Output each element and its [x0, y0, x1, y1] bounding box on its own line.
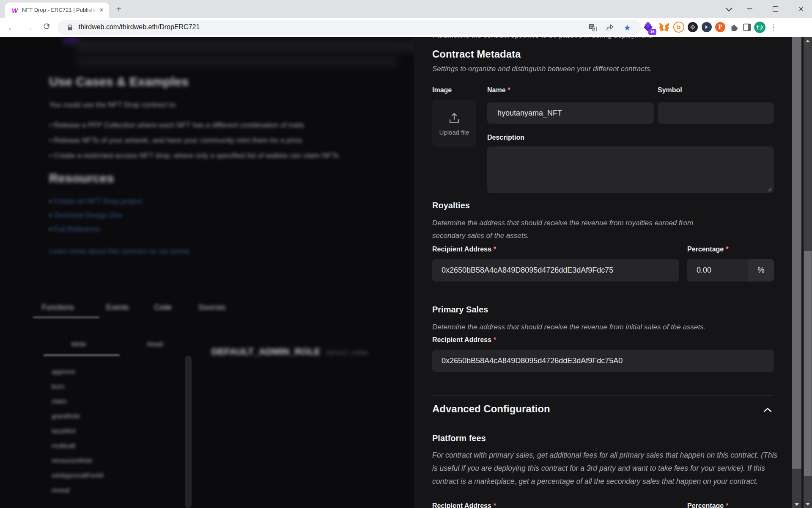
royalty-percentage-input[interactable]: [687, 259, 748, 282]
window-minimize-button[interactable]: [740, 0, 759, 18]
platform-recipient-label: Recipient Address*: [432, 502, 496, 508]
function-list-item: setApprovalForAll: [52, 472, 103, 478]
use-case-bullet: Release a PFP Collection where each NFT …: [49, 121, 339, 130]
browser-scrollbar-thumb[interactable]: [804, 251, 812, 476]
new-tab-button[interactable]: +: [113, 3, 124, 14]
active-tab-underline: [33, 317, 99, 318]
royalty-percentage-group: %: [687, 259, 774, 282]
function-list: approveburnclaimgrantRolelazyMintmultica…: [52, 368, 103, 493]
maximize-icon: [773, 6, 778, 12]
tab-functions: Functions: [42, 303, 74, 312]
side-panel-icon[interactable]: [741, 21, 753, 33]
thirdweb-favicon-icon: W: [11, 7, 19, 14]
image-upload-button[interactable]: Upload file: [432, 100, 476, 147]
role-note: DEFAULT_ADMIN: [326, 350, 368, 356]
portal-link: Learn more about this contract on our po…: [49, 247, 191, 256]
resource-link: Create an NFT Drop project: [49, 197, 142, 206]
image-label: Image: [432, 86, 452, 94]
browser-window: W NFT Drop - ERC721 | Published S × + × …: [0, 0, 812, 508]
scroll-down-arrow-icon[interactable]: [806, 503, 810, 505]
reload-icon: [42, 22, 51, 30]
drawer-scrollbar-thumb[interactable]: [792, 37, 801, 469]
royalties-subtitle: Determine the address that should receiv…: [432, 217, 707, 242]
browser-tab[interactable]: W NFT Drop - ERC721 | Published S ×: [5, 3, 109, 18]
name-input[interactable]: [487, 102, 654, 124]
symbol-label: Symbol: [658, 86, 682, 94]
tab-close-icon[interactable]: ×: [97, 6, 106, 14]
scroll-down-arrow-icon[interactable]: [795, 503, 799, 506]
translate-icon[interactable]: G: [587, 22, 598, 33]
window-maximize-button[interactable]: [765, 0, 785, 18]
primary-recipient-input[interactable]: [432, 350, 774, 372]
use-case-bullet: Create a restricted-access NFT drop, whe…: [49, 152, 339, 160]
lock-icon[interactable]: [64, 22, 75, 33]
description-textarea[interactable]: [487, 146, 774, 193]
royalty-recipient-input[interactable]: [432, 259, 679, 282]
subtab-write: Write: [71, 340, 86, 348]
function-list-item: multicall: [52, 442, 103, 449]
url-bar[interactable]: thirdweb.com/thirdweb.eth/DropERC721 G ★: [58, 20, 641, 35]
function-list-item: approve: [52, 368, 103, 375]
required-asterisk: *: [494, 502, 496, 508]
function-list-scrollbar[interactable]: [185, 356, 192, 508]
contract-metadata-title: Contract Metadata: [432, 48, 521, 60]
role-heading: DEFAULT_ADMIN_ROLEDEFAULT_ADMIN: [211, 346, 368, 357]
extensions-puzzle-icon[interactable]: [728, 21, 740, 33]
tab-strip: W NFT Drop - ERC721 | Published S × + ×: [0, 0, 812, 18]
use-cases-list: Release a PFP Collection where each NFT …: [49, 121, 339, 160]
percent-suffix: %: [748, 259, 774, 282]
pinterest-icon[interactable]: P: [714, 21, 726, 33]
primary-sales-subtitle: Determine the address that should receiv…: [432, 321, 783, 334]
required-asterisk: *: [508, 86, 510, 94]
function-list-item: claim: [52, 398, 103, 404]
menu-kebab-icon[interactable]: ⋮: [768, 21, 779, 33]
upload-file-label: Upload file: [439, 129, 469, 136]
reload-button[interactable]: [40, 22, 53, 33]
resources-heading: Resources: [49, 171, 114, 185]
tab-code: Code: [154, 303, 172, 312]
forward-button: →: [22, 22, 35, 33]
upload-icon: [448, 112, 461, 124]
page-subheader-blur: [76, 56, 398, 67]
required-asterisk: *: [494, 246, 496, 253]
use-cases-heading: Use Cases & Examples: [49, 75, 189, 89]
use-case-bullet: Release NFTs of your artwork, and have y…: [49, 136, 339, 145]
share-icon[interactable]: [604, 22, 615, 33]
platform-percentage-label: Percentage*: [687, 502, 729, 508]
use-cases-intro: You could use the NFT Drop contract to:: [49, 101, 177, 109]
function-list-item: renounceRole: [52, 457, 103, 464]
tab-events: Events: [106, 303, 129, 312]
profile-avatar[interactable]: [754, 21, 765, 33]
metamask-icon[interactable]: [658, 21, 670, 33]
resource-link: Technical Design Doc: [49, 211, 123, 220]
collapse-chevron-up-icon[interactable]: [763, 407, 772, 413]
page-content: Use Cases & Examples You could use the N…: [0, 37, 812, 508]
window-close-button[interactable]: ×: [791, 0, 811, 18]
browser-scrollbar[interactable]: [804, 37, 812, 508]
bookmark-star-icon[interactable]: ★: [622, 22, 633, 33]
purple-extension-icon[interactable]: 16: [642, 21, 654, 33]
contract-metadata-subtitle: Settings to organize and distinguish bet…: [432, 63, 652, 75]
resource-link: Full Reference: [49, 225, 100, 234]
royalty-percentage-label: Percentage*: [687, 246, 729, 253]
browser-toolbar: ← → thirdweb.com/thirdweb.eth/DropERC721…: [0, 18, 812, 37]
subtab-read: Read: [147, 340, 163, 348]
platform-fees-text: For contract with primary sales, get add…: [432, 449, 779, 488]
function-list-item: lazyMint: [52, 428, 103, 434]
bitly-icon[interactable]: b: [673, 21, 685, 33]
chevron-down-icon: [725, 5, 732, 11]
function-list-item: reveal: [52, 487, 103, 493]
shield-extension-icon[interactable]: [701, 21, 713, 33]
drawer-scrollbar[interactable]: [792, 37, 801, 508]
platform-fees-title: Platform fees: [432, 433, 486, 443]
extension-badge: 16: [648, 29, 656, 35]
drawer-intro-text: Parameters the contract specifies to be …: [432, 37, 653, 40]
window-restore-down-icon[interactable]: [719, 0, 738, 18]
back-button[interactable]: ←: [5, 22, 18, 33]
scroll-up-arrow-icon[interactable]: [806, 40, 810, 42]
symbol-input[interactable]: [658, 102, 774, 124]
royalty-recipient-label: Recipient Address*: [432, 246, 496, 253]
url-text[interactable]: thirdweb.com/thirdweb.eth/DropERC721: [79, 23, 200, 31]
pattern-extension-icon[interactable]: [687, 21, 699, 33]
close-icon: ×: [798, 5, 804, 13]
